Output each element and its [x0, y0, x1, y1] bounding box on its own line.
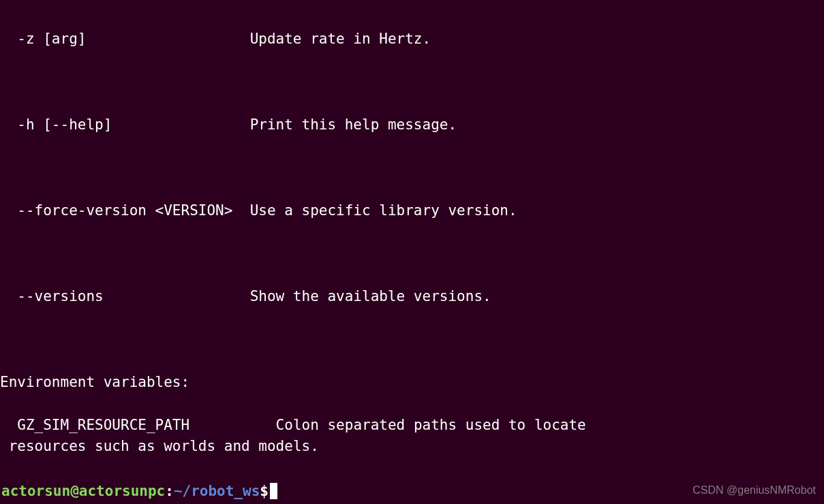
blank-line: [0, 157, 824, 179]
terminal-prompt[interactable]: actorsun@actorsunpc:~/robot_ws$: [1, 481, 277, 503]
option-force-version: --force-version <VERSION> Use a specific…: [0, 200, 824, 222]
prompt-dollar: $: [260, 483, 269, 499]
blank-line: [0, 243, 824, 265]
cursor: [270, 483, 277, 499]
option-z: -z [arg] Update rate in Hertz.: [0, 29, 824, 50]
prompt-path: ~/robot_ws: [174, 483, 260, 499]
prompt-at: @: [70, 483, 79, 499]
option-help: -h [--help] Print this help message.: [0, 114, 824, 136]
option-versions: --versions Show the available versions.: [0, 286, 824, 308]
prompt-user: actorsun: [1, 483, 70, 499]
env-var-resource-path: GZ_SIM_RESOURCE_PATH Colon separated pat…: [0, 415, 824, 458]
blank-line: [0, 329, 824, 351]
terminal-output: -z [arg] Update rate in Hertz. -h [--hel…: [0, 7, 824, 504]
blank-line: [0, 72, 824, 93]
prompt-colon: :: [165, 483, 174, 499]
prompt-host: actorsunpc: [79, 483, 165, 499]
watermark: CSDN @geniusNMRobot: [692, 482, 816, 499]
env-vars-header: Environment variables:: [0, 372, 824, 394]
